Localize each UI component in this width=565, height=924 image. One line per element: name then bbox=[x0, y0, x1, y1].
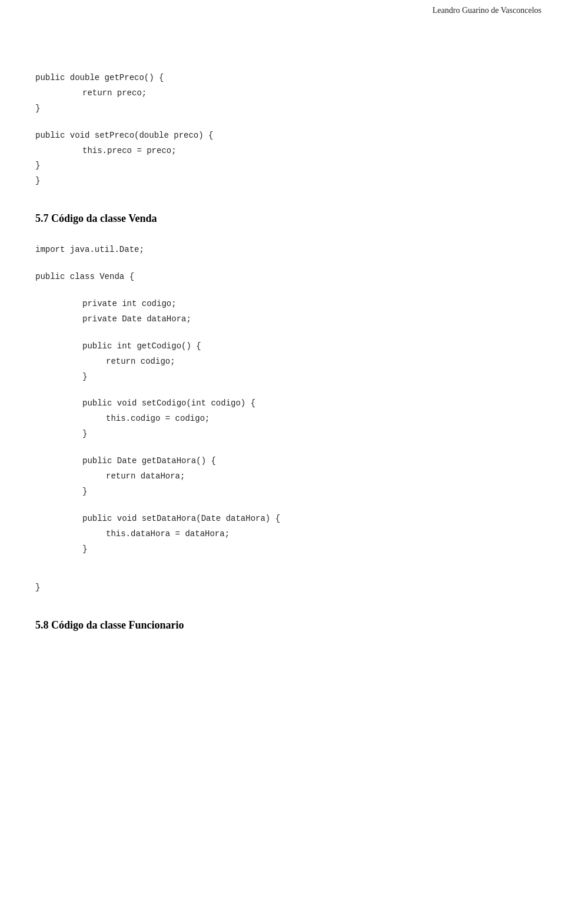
code-line: } bbox=[35, 542, 530, 557]
code-line: } bbox=[35, 427, 530, 442]
code-line: return codigo; bbox=[35, 354, 530, 370]
code-line: } bbox=[35, 580, 530, 596]
code-line: this.preco = preco; bbox=[35, 144, 530, 159]
code-line: } bbox=[35, 370, 530, 385]
author-name: Leandro Guarino de Vasconcelos bbox=[433, 6, 541, 15]
code-line: } bbox=[35, 174, 530, 189]
code-line: public void setPreco(double preco) { bbox=[35, 128, 530, 144]
page-content: public double getPreco() { return preco;… bbox=[0, 35, 565, 684]
code-line: public Date getDataHora() { bbox=[35, 454, 530, 469]
section-5-8-heading: 5.8 Código da classe Funcionario bbox=[35, 619, 530, 631]
code-line: public double getPreco() { bbox=[35, 71, 530, 86]
code-line: public void setDataHora(Date dataHora) { bbox=[35, 511, 530, 527]
code-line: return dataHora; bbox=[35, 469, 530, 484]
code-line: private int codigo; bbox=[35, 297, 530, 312]
code-line: public void setCodigo(int codigo) { bbox=[35, 396, 530, 411]
code-line: import java.util.Date; bbox=[35, 242, 530, 258]
initial-code-block: public double getPreco() { return preco;… bbox=[35, 71, 530, 189]
section-5-7-code: import java.util.Date; public class Vend… bbox=[35, 242, 530, 596]
code-line: public class Venda { bbox=[35, 270, 530, 285]
code-line: public int getCodigo() { bbox=[35, 339, 530, 354]
code-line: this.dataHora = dataHora; bbox=[35, 527, 530, 542]
code-line: return preco; bbox=[35, 86, 530, 101]
code-line: private Date dataHora; bbox=[35, 312, 530, 327]
code-line: } bbox=[35, 101, 530, 117]
code-line: } bbox=[35, 484, 530, 500]
code-line: this.codigo = codigo; bbox=[35, 411, 530, 427]
section-5-7-heading: 5.7 Código da classe Venda bbox=[35, 212, 530, 225]
code-line: } bbox=[35, 158, 530, 174]
